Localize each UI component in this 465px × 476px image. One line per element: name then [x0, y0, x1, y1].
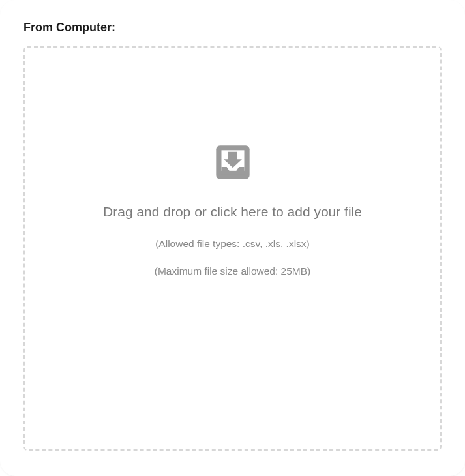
dropzone-main-text: Drag and drop or click here to add your … — [103, 204, 362, 220]
download-inbox-icon — [215, 144, 251, 181]
upload-card: From Computer: Drag and drop or click he… — [0, 0, 465, 476]
dropzone-allowed-types: (Allowed file types: .csv, .xls, .xlsx) — [155, 238, 310, 250]
dropzone-max-size: (Maximum file size allowed: 25MB) — [155, 265, 310, 277]
section-title: From Computer: — [23, 21, 442, 35]
file-dropzone[interactable]: Drag and drop or click here to add your … — [23, 46, 442, 451]
